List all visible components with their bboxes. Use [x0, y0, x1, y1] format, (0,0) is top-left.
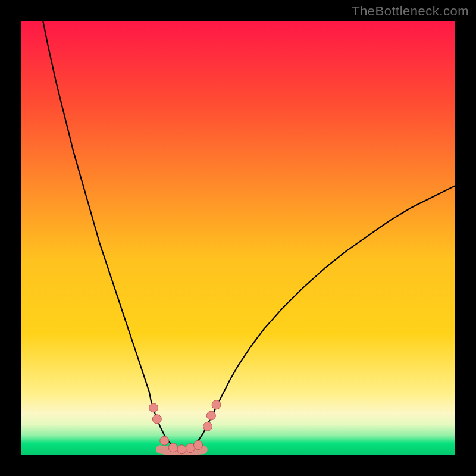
marker-point: [206, 411, 215, 420]
watermark-text: TheBottleneck.com: [352, 4, 469, 19]
gradient-bg: [21, 21, 455, 455]
plot-svg: [21, 21, 455, 455]
marker-point: [160, 436, 169, 445]
marker-point: [194, 440, 203, 449]
marker-point: [203, 422, 212, 431]
marker-point: [177, 445, 186, 454]
chart-frame: TheBottleneck.com: [0, 0, 476, 476]
marker-point: [212, 400, 221, 409]
marker-point: [168, 443, 177, 452]
plot-area: [21, 21, 455, 455]
marker-point: [152, 415, 161, 424]
marker-point: [149, 403, 158, 412]
